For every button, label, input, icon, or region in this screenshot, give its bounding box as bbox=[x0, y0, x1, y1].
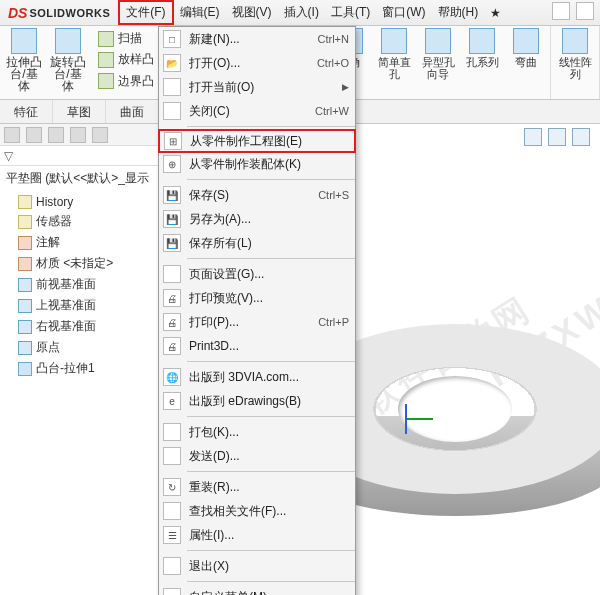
panel-tab-icon[interactable] bbox=[48, 127, 64, 143]
menu-item[interactable]: 发送(D)... bbox=[159, 444, 355, 468]
menu-item[interactable]: 🖨打印(P)...Ctrl+P bbox=[159, 310, 355, 334]
menu-item-icon bbox=[163, 102, 181, 120]
simple-hole-button[interactable]: 简单直 孔 bbox=[376, 28, 412, 80]
menu-item-label: 新建(N)... bbox=[189, 31, 318, 48]
menu-file[interactable]: 文件(F) bbox=[118, 0, 173, 25]
hole-wizard-button[interactable]: 异型孔 向导 bbox=[420, 28, 456, 80]
panel-tab-icon[interactable] bbox=[70, 127, 86, 143]
menu-item[interactable]: 打包(K)... bbox=[159, 420, 355, 444]
tree-annotations[interactable]: 注解 bbox=[18, 232, 159, 253]
tree-origin[interactable]: 原点 bbox=[18, 337, 159, 358]
menu-item[interactable]: 打开当前(O)▶ bbox=[159, 75, 355, 99]
menu-item-icon bbox=[163, 588, 181, 595]
menu-item[interactable]: 💾保存(S)Ctrl+S bbox=[159, 183, 355, 207]
panel-tab-icon[interactable] bbox=[26, 127, 42, 143]
history-icon bbox=[18, 195, 32, 209]
tree-top-plane[interactable]: 上视基准面 bbox=[18, 295, 159, 316]
menu-item[interactable]: 页面设置(G)... bbox=[159, 262, 355, 286]
menu-item-icon: 💾 bbox=[163, 210, 181, 228]
extrude-icon bbox=[11, 28, 37, 54]
menu-item-label: 出版到 3DVIA.com... bbox=[189, 369, 349, 386]
menu-item-icon: e bbox=[163, 392, 181, 410]
logo-text: SOLIDWORKS bbox=[29, 7, 110, 19]
menu-item-label: 另存为(A)... bbox=[189, 211, 349, 228]
filter-bar[interactable]: ▽ bbox=[0, 146, 159, 166]
hole-series-button[interactable]: 孔系列 bbox=[464, 28, 500, 80]
menu-item[interactable]: 📂打开(O)...Ctrl+O bbox=[159, 51, 355, 75]
panel-tab-icon[interactable] bbox=[4, 127, 20, 143]
menu-item[interactable]: 关闭(C)Ctrl+W bbox=[159, 99, 355, 123]
menu-item[interactable]: 🌐出版到 3DVIA.com... bbox=[159, 365, 355, 389]
panel-tab-icon[interactable] bbox=[92, 127, 108, 143]
extrude-boss-button[interactable]: 拉伸凸台/基体 bbox=[6, 28, 42, 92]
menu-separator bbox=[187, 581, 355, 582]
menu-edit[interactable]: 编辑(E) bbox=[174, 0, 226, 25]
menu-item[interactable]: 退出(X) bbox=[159, 554, 355, 578]
menu-help[interactable]: 帮助(H) bbox=[432, 0, 485, 25]
tab-features[interactable]: 特征 bbox=[0, 100, 53, 123]
sweep-button[interactable]: 扫描 bbox=[98, 30, 154, 47]
menu-item-icon bbox=[163, 78, 181, 96]
menu-item-icon bbox=[163, 557, 181, 575]
tab-surface[interactable]: 曲面 bbox=[106, 100, 159, 123]
menu-item-icon: 🌐 bbox=[163, 368, 181, 386]
menu-item[interactable]: 🖨Print3D... bbox=[159, 334, 355, 358]
z-axis-icon bbox=[407, 418, 433, 420]
ribbon-side-list: 扫描 放样凸 边界凸 bbox=[94, 28, 154, 92]
menu-item[interactable]: ☰属性(I)... bbox=[159, 523, 355, 547]
menu-separator bbox=[187, 361, 355, 362]
qat-open-icon[interactable] bbox=[576, 2, 594, 20]
menu-item-icon: 💾 bbox=[163, 186, 181, 204]
tree-material[interactable]: 材质 <未指定> bbox=[18, 253, 159, 274]
part-name[interactable]: 平垫圈 (默认<<默认>_显示 bbox=[0, 166, 159, 191]
menu-view[interactable]: 视图(V) bbox=[226, 0, 278, 25]
menu-item[interactable]: 🖨打印预览(V)... bbox=[159, 286, 355, 310]
menu-item[interactable]: ⊕从零件制作装配体(K) bbox=[159, 152, 355, 176]
flex-button[interactable]: 弯曲 bbox=[508, 28, 544, 80]
linear-pattern-button[interactable]: 线性阵 列 bbox=[557, 28, 593, 80]
menu-item[interactable]: ⊞从零件制作工程图(E) bbox=[158, 129, 356, 153]
display-style-icon[interactable] bbox=[572, 128, 590, 146]
menu-insert[interactable]: 插入(I) bbox=[278, 0, 325, 25]
tree-extrude1[interactable]: 凸台-拉伸1 bbox=[18, 358, 159, 379]
tree-front-plane[interactable]: 前视基准面 bbox=[18, 274, 159, 295]
menu-item-icon bbox=[163, 265, 181, 283]
menu-item-label: 打印预览(V)... bbox=[189, 290, 349, 307]
menu-search-icon[interactable]: ★ bbox=[484, 0, 507, 25]
menu-item[interactable]: 💾保存所有(L) bbox=[159, 231, 355, 255]
material-icon bbox=[18, 257, 32, 271]
boundary-button[interactable]: 边界凸 bbox=[98, 73, 154, 90]
loft-button[interactable]: 放样凸 bbox=[98, 51, 154, 68]
menu-item-label: 关闭(C) bbox=[189, 103, 315, 120]
menu-item[interactable]: ↻重装(R)... bbox=[159, 475, 355, 499]
panel-tabs bbox=[0, 124, 159, 146]
qat-new-icon[interactable] bbox=[552, 2, 570, 20]
menu-item-icon bbox=[163, 502, 181, 520]
tree-history[interactable]: History bbox=[18, 193, 159, 211]
menu-item[interactable]: □新建(N)...Ctrl+N bbox=[159, 27, 355, 51]
menu-item-icon: 📂 bbox=[163, 54, 181, 72]
sensor-icon bbox=[18, 215, 32, 229]
menu-item[interactable]: 自定义菜单(M) bbox=[159, 585, 355, 595]
menu-item-label: 从零件制作装配体(K) bbox=[189, 156, 349, 173]
ribbon-group-right: 圆角 简单直 孔 异型孔 向导 孔系列 弯曲 bbox=[325, 26, 551, 99]
zoom-fit-icon[interactable] bbox=[524, 128, 542, 146]
menu-item-icon: 🖨 bbox=[163, 337, 181, 355]
revolve-boss-button[interactable]: 旋转凸台/基体 bbox=[50, 28, 86, 92]
menu-separator bbox=[187, 126, 355, 127]
menu-tools[interactable]: 工具(T) bbox=[325, 0, 376, 25]
menu-item[interactable]: 查找相关文件(F)... bbox=[159, 499, 355, 523]
origin-triad-icon bbox=[405, 404, 407, 434]
menu-item[interactable]: 💾另存为(A)... bbox=[159, 207, 355, 231]
menu-item-label: 重装(R)... bbox=[189, 479, 349, 496]
origin-icon bbox=[18, 341, 32, 355]
menu-item-icon: ↻ bbox=[163, 478, 181, 496]
app-logo: DS SOLIDWORKS bbox=[0, 5, 118, 21]
tree-sensors[interactable]: 传感器 bbox=[18, 211, 159, 232]
menu-window[interactable]: 窗口(W) bbox=[376, 0, 431, 25]
tab-sketch[interactable]: 草图 bbox=[53, 100, 106, 123]
menu-item[interactable]: e出版到 eDrawings(B) bbox=[159, 389, 355, 413]
menu-item-label: 打包(K)... bbox=[189, 424, 349, 441]
view-orientation-icon[interactable] bbox=[548, 128, 566, 146]
tree-right-plane[interactable]: 右视基准面 bbox=[18, 316, 159, 337]
